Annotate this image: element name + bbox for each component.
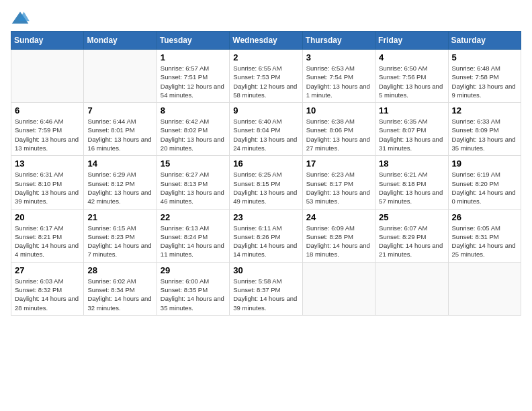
day-number: 30	[233, 265, 298, 275]
calendar-cell	[84, 50, 157, 103]
day-number: 21	[87, 212, 152, 222]
calendar-cell: 25Sunrise: 6:07 AM Sunset: 8:29 PM Dayli…	[375, 209, 448, 262]
day-info: Sunrise: 6:02 AM Sunset: 8:34 PM Dayligh…	[87, 277, 152, 312]
day-info: Sunrise: 6:50 AM Sunset: 7:56 PM Dayligh…	[379, 64, 444, 99]
logo	[11, 11, 32, 26]
calendar-cell: 6Sunrise: 6:46 AM Sunset: 7:59 PM Daylig…	[11, 103, 84, 156]
day-number: 28	[87, 265, 152, 275]
day-number: 29	[161, 265, 226, 275]
calendar-table: SundayMondayTuesdayWednesdayThursdayFrid…	[11, 31, 521, 316]
calendar-cell: 24Sunrise: 6:09 AM Sunset: 8:28 PM Dayli…	[302, 209, 375, 262]
day-info: Sunrise: 6:35 AM Sunset: 8:07 PM Dayligh…	[379, 117, 444, 152]
day-number: 20	[15, 212, 80, 222]
day-number: 11	[379, 105, 444, 116]
day-number: 4	[379, 52, 444, 62]
calendar-cell: 20Sunrise: 6:17 AM Sunset: 8:21 PM Dayli…	[11, 209, 84, 262]
day-info: Sunrise: 6:40 AM Sunset: 8:04 PM Dayligh…	[233, 117, 298, 152]
day-number: 1	[161, 52, 226, 62]
calendar-cell: 15Sunrise: 6:27 AM Sunset: 8:13 PM Dayli…	[157, 156, 229, 209]
calendar-cell: 9Sunrise: 6:40 AM Sunset: 8:04 PM Daylig…	[230, 103, 302, 156]
day-number: 8	[161, 105, 226, 116]
logo-icon	[11, 11, 30, 26]
day-info: Sunrise: 6:25 AM Sunset: 8:15 PM Dayligh…	[233, 170, 298, 205]
calendar-cell	[375, 262, 448, 315]
day-info: Sunrise: 5:58 AM Sunset: 8:37 PM Dayligh…	[233, 277, 298, 312]
calendar-cell: 2Sunrise: 6:55 AM Sunset: 7:53 PM Daylig…	[230, 50, 302, 103]
day-info: Sunrise: 6:46 AM Sunset: 7:59 PM Dayligh…	[15, 117, 80, 152]
day-info: Sunrise: 6:00 AM Sunset: 8:35 PM Dayligh…	[161, 277, 226, 312]
day-info: Sunrise: 6:15 AM Sunset: 8:23 PM Dayligh…	[87, 224, 152, 259]
calendar-cell: 21Sunrise: 6:15 AM Sunset: 8:23 PM Dayli…	[84, 209, 157, 262]
day-info: Sunrise: 6:27 AM Sunset: 8:13 PM Dayligh…	[161, 170, 226, 205]
calendar-cell: 4Sunrise: 6:50 AM Sunset: 7:56 PM Daylig…	[375, 50, 448, 103]
weekday-header-thursday: Thursday	[302, 32, 375, 50]
calendar-week-2: 6Sunrise: 6:46 AM Sunset: 7:59 PM Daylig…	[11, 103, 521, 156]
day-info: Sunrise: 6:57 AM Sunset: 7:51 PM Dayligh…	[161, 64, 226, 99]
calendar-cell: 26Sunrise: 6:05 AM Sunset: 8:31 PM Dayli…	[448, 209, 521, 262]
calendar-cell: 29Sunrise: 6:00 AM Sunset: 8:35 PM Dayli…	[157, 262, 229, 315]
calendar-cell: 28Sunrise: 6:02 AM Sunset: 8:34 PM Dayli…	[84, 262, 157, 315]
day-info: Sunrise: 6:11 AM Sunset: 8:26 PM Dayligh…	[233, 224, 298, 259]
calendar-cell: 17Sunrise: 6:23 AM Sunset: 8:17 PM Dayli…	[302, 156, 375, 209]
day-info: Sunrise: 6:38 AM Sunset: 8:06 PM Dayligh…	[306, 117, 371, 152]
day-number: 14	[87, 158, 152, 169]
calendar-cell	[448, 262, 521, 315]
calendar-cell: 7Sunrise: 6:44 AM Sunset: 8:01 PM Daylig…	[84, 103, 157, 156]
day-info: Sunrise: 6:17 AM Sunset: 8:21 PM Dayligh…	[15, 224, 80, 259]
calendar-cell: 19Sunrise: 6:19 AM Sunset: 8:20 PM Dayli…	[448, 156, 521, 209]
calendar-cell: 3Sunrise: 6:53 AM Sunset: 7:54 PM Daylig…	[302, 50, 375, 103]
day-number: 16	[233, 158, 298, 169]
calendar-cell: 10Sunrise: 6:38 AM Sunset: 8:06 PM Dayli…	[302, 103, 375, 156]
day-number: 22	[161, 212, 226, 222]
day-number: 13	[15, 158, 80, 169]
day-info: Sunrise: 6:21 AM Sunset: 8:18 PM Dayligh…	[379, 170, 444, 205]
calendar-cell: 5Sunrise: 6:48 AM Sunset: 7:58 PM Daylig…	[448, 50, 521, 103]
calendar-cell	[302, 262, 375, 315]
weekday-header-wednesday: Wednesday	[230, 32, 302, 50]
calendar-cell: 18Sunrise: 6:21 AM Sunset: 8:18 PM Dayli…	[375, 156, 448, 209]
day-info: Sunrise: 6:03 AM Sunset: 8:32 PM Dayligh…	[15, 277, 80, 312]
calendar-cell: 1Sunrise: 6:57 AM Sunset: 7:51 PM Daylig…	[157, 50, 229, 103]
weekday-header-sunday: Sunday	[11, 32, 84, 50]
day-number: 25	[379, 212, 444, 222]
day-number: 7	[87, 105, 152, 116]
day-info: Sunrise: 6:31 AM Sunset: 8:10 PM Dayligh…	[15, 170, 80, 205]
day-info: Sunrise: 6:07 AM Sunset: 8:29 PM Dayligh…	[379, 224, 444, 259]
day-info: Sunrise: 6:53 AM Sunset: 7:54 PM Dayligh…	[306, 64, 371, 99]
day-number: 24	[306, 212, 371, 222]
calendar-week-3: 13Sunrise: 6:31 AM Sunset: 8:10 PM Dayli…	[11, 156, 521, 209]
day-info: Sunrise: 6:23 AM Sunset: 8:17 PM Dayligh…	[306, 170, 371, 205]
calendar-cell: 12Sunrise: 6:33 AM Sunset: 8:09 PM Dayli…	[448, 103, 521, 156]
weekday-header-friday: Friday	[375, 32, 448, 50]
calendar-cell: 14Sunrise: 6:29 AM Sunset: 8:12 PM Dayli…	[84, 156, 157, 209]
day-info: Sunrise: 6:33 AM Sunset: 8:09 PM Dayligh…	[452, 117, 517, 152]
day-number: 6	[15, 105, 80, 116]
day-number: 12	[452, 105, 517, 116]
calendar-cell: 30Sunrise: 5:58 AM Sunset: 8:37 PM Dayli…	[230, 262, 302, 315]
calendar-week-4: 20Sunrise: 6:17 AM Sunset: 8:21 PM Dayli…	[11, 209, 521, 262]
day-number: 23	[233, 212, 298, 222]
weekday-header-row: SundayMondayTuesdayWednesdayThursdayFrid…	[11, 32, 521, 50]
calendar-cell: 8Sunrise: 6:42 AM Sunset: 8:02 PM Daylig…	[157, 103, 229, 156]
calendar-cell: 13Sunrise: 6:31 AM Sunset: 8:10 PM Dayli…	[11, 156, 84, 209]
day-info: Sunrise: 6:19 AM Sunset: 8:20 PM Dayligh…	[452, 170, 517, 205]
page-header	[11, 11, 521, 26]
day-info: Sunrise: 6:44 AM Sunset: 8:01 PM Dayligh…	[87, 117, 152, 152]
weekday-header-saturday: Saturday	[448, 32, 521, 50]
day-info: Sunrise: 6:13 AM Sunset: 8:24 PM Dayligh…	[161, 224, 226, 259]
day-info: Sunrise: 6:55 AM Sunset: 7:53 PM Dayligh…	[233, 64, 298, 99]
calendar-week-5: 27Sunrise: 6:03 AM Sunset: 8:32 PM Dayli…	[11, 262, 521, 315]
day-number: 3	[306, 52, 371, 62]
day-info: Sunrise: 6:09 AM Sunset: 8:28 PM Dayligh…	[306, 224, 371, 259]
day-number: 15	[161, 158, 226, 169]
day-number: 18	[379, 158, 444, 169]
day-number: 19	[452, 158, 517, 169]
calendar-week-1: 1Sunrise: 6:57 AM Sunset: 7:51 PM Daylig…	[11, 50, 521, 103]
weekday-header-monday: Monday	[84, 32, 157, 50]
calendar-cell: 11Sunrise: 6:35 AM Sunset: 8:07 PM Dayli…	[375, 103, 448, 156]
day-info: Sunrise: 6:48 AM Sunset: 7:58 PM Dayligh…	[452, 64, 517, 99]
day-info: Sunrise: 6:05 AM Sunset: 8:31 PM Dayligh…	[452, 224, 517, 259]
day-number: 2	[233, 52, 298, 62]
day-number: 27	[15, 265, 80, 275]
day-info: Sunrise: 6:29 AM Sunset: 8:12 PM Dayligh…	[87, 170, 152, 205]
